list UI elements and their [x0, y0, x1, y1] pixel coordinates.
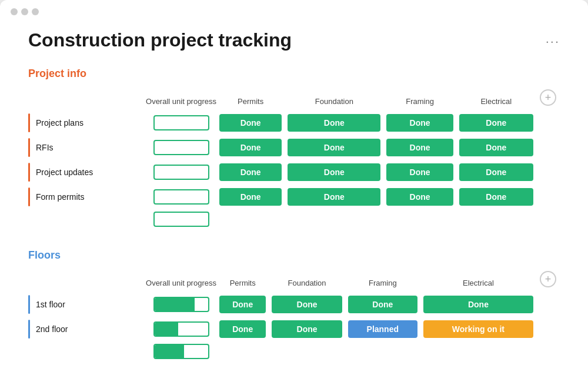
row-border-icon	[28, 163, 30, 182]
permits-cell: Done	[216, 135, 285, 160]
page-header: Construction project tracking ···	[28, 29, 560, 51]
row-border-icon	[28, 113, 30, 132]
row-border-icon	[28, 138, 30, 157]
electrical-cell: Done	[456, 160, 536, 185]
permits-cell: Done	[216, 317, 269, 341]
row-label-text: Project updates	[36, 167, 93, 177]
row-border-icon	[28, 295, 30, 314]
foundation-cell: Done	[285, 160, 383, 185]
project-info-title: Project info	[28, 68, 560, 80]
floors-add-col-header: +	[536, 271, 560, 292]
electrical-cell: Done	[456, 110, 536, 135]
floors-section: Floors Overall unit progress Permits Fou…	[28, 249, 560, 360]
row-label-cell: 1st floor	[28, 292, 146, 317]
framing-cell: Done	[345, 292, 420, 317]
progress-bar[interactable]	[153, 140, 209, 155]
project-permits-header: Permits	[216, 89, 285, 110]
status-badge: Done	[219, 188, 282, 206]
empty-label	[28, 209, 146, 228]
status-badge: Done	[219, 139, 282, 156]
row-label-cell: 2nd floor	[28, 317, 146, 341]
floors-add-column-button[interactable]: +	[540, 271, 556, 287]
status-badge: Done	[288, 188, 380, 206]
status-badge: Done	[459, 139, 533, 156]
electrical-cell: Done	[456, 185, 536, 209]
table-row: Project updates Done Done Done Done	[28, 160, 560, 185]
framing-cell: Done	[383, 185, 456, 209]
row-label-cell: Project updates	[28, 160, 146, 185]
title-bar	[0, 0, 588, 15]
status-badge: Done	[348, 296, 417, 313]
status-badge: Done	[386, 114, 453, 132]
progress-cell	[146, 160, 216, 185]
progress-bar[interactable]	[153, 115, 209, 130]
foundation-cell: Done	[269, 317, 345, 341]
project-info-table: Overall unit progress Permits Foundation…	[28, 89, 560, 228]
status-badge: Done	[459, 114, 533, 132]
status-badge: Done	[219, 163, 282, 181]
row-label-text: Form permits	[36, 192, 84, 202]
table-row: 1st floor Done Done Done Done	[28, 292, 560, 317]
status-badge: Done	[219, 320, 266, 338]
empty-progress-cell	[146, 209, 216, 228]
progress-bar[interactable]	[153, 297, 209, 312]
status-badge: Done	[288, 163, 380, 181]
project-row-header	[28, 89, 146, 110]
permits-cell: Done	[216, 185, 285, 209]
progress-fill	[155, 323, 179, 336]
floors-title: Floors	[28, 249, 560, 262]
status-badge: Working on it	[423, 320, 533, 338]
row-label-text: 1st floor	[36, 300, 65, 309]
extra-cell	[536, 317, 560, 341]
project-table-header: Overall unit progress Permits Foundation…	[28, 89, 560, 110]
traffic-light-2	[21, 8, 28, 15]
project-progress-header: Overall unit progress	[146, 89, 216, 110]
progress-cell	[146, 292, 216, 317]
permits-cell: Done	[216, 160, 285, 185]
progress-cell	[146, 317, 216, 341]
progress-bar[interactable]	[153, 189, 209, 205]
electrical-cell: Working on it	[420, 317, 536, 341]
foundation-cell: Done	[285, 110, 383, 135]
status-badge: Done	[423, 296, 533, 313]
progress-cell	[146, 135, 216, 160]
status-badge: Done	[386, 188, 453, 206]
app-window: Construction project tracking ··· Projec…	[0, 0, 588, 392]
empty-progress-cell	[146, 341, 216, 360]
progress-bar[interactable]	[153, 165, 209, 180]
row-label-text: RFIs	[36, 143, 54, 152]
floors-table-header: Overall unit progress Permits Foundation…	[28, 271, 560, 292]
progress-cell	[146, 110, 216, 135]
row-label-text: Project plans	[36, 118, 83, 128]
progress-fill-empty	[155, 345, 184, 358]
progress-bar-empty[interactable]	[153, 212, 209, 227]
progress-bar-empty[interactable]	[153, 344, 209, 359]
floors-electrical-header: Electrical	[420, 271, 536, 292]
floors-table: Overall unit progress Permits Foundation…	[28, 271, 560, 360]
table-row: 2nd floor Done Done Planned Working on i…	[28, 317, 560, 341]
progress-fill	[155, 298, 195, 311]
row-label-text: 2nd floor	[36, 324, 68, 334]
foundation-cell: Done	[285, 185, 383, 209]
project-framing-header: Framing	[383, 89, 456, 110]
empty-progress-row	[28, 341, 560, 360]
more-options-button[interactable]: ···	[546, 34, 560, 49]
floors-foundation-header: Foundation	[269, 271, 345, 292]
page-content: Construction project tracking ··· Projec…	[0, 15, 588, 392]
project-add-column-button[interactable]: +	[540, 89, 556, 106]
extra-cell	[536, 160, 560, 185]
electrical-cell: Done	[456, 135, 536, 160]
floors-permits-header: Permits	[216, 271, 269, 292]
progress-bar[interactable]	[153, 321, 209, 337]
status-badge: Done	[288, 139, 380, 156]
traffic-light-1	[11, 8, 18, 15]
extra-cell	[536, 292, 560, 317]
framing-cell: Planned	[345, 317, 420, 341]
traffic-light-3	[32, 8, 39, 15]
permits-cell: Done	[216, 292, 269, 317]
status-badge: Done	[386, 139, 453, 156]
table-row: Form permits Done Done Done Done	[28, 185, 560, 209]
status-badge: Done	[459, 163, 533, 181]
empty-rest	[216, 341, 560, 360]
status-badge: Planned	[348, 320, 417, 338]
